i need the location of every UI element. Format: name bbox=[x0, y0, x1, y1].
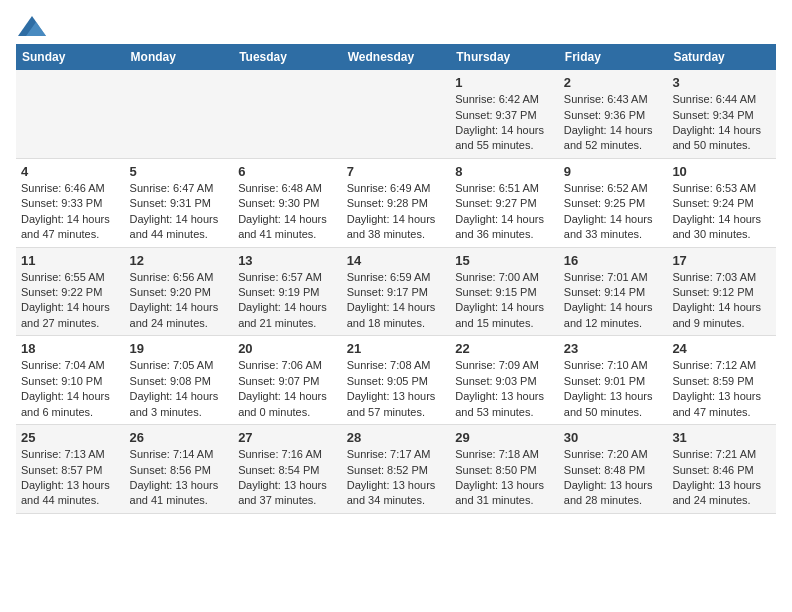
day-info: Sunset: 8:59 PM bbox=[672, 374, 771, 389]
day-cell: 6Sunrise: 6:48 AMSunset: 9:30 PMDaylight… bbox=[233, 158, 342, 247]
day-info: and 9 minutes. bbox=[672, 316, 771, 331]
day-number: 16 bbox=[564, 252, 663, 270]
day-number: 13 bbox=[238, 252, 337, 270]
day-info: Daylight: 14 hours bbox=[347, 212, 446, 227]
day-number: 26 bbox=[130, 429, 229, 447]
day-info: Sunset: 9:08 PM bbox=[130, 374, 229, 389]
day-info: and 50 minutes. bbox=[564, 405, 663, 420]
day-info: Sunrise: 6:48 AM bbox=[238, 181, 337, 196]
day-info: Sunrise: 6:42 AM bbox=[455, 92, 554, 107]
day-info: Daylight: 14 hours bbox=[672, 123, 771, 138]
day-number: 8 bbox=[455, 163, 554, 181]
day-info: Sunset: 9:28 PM bbox=[347, 196, 446, 211]
day-info: and 6 minutes. bbox=[21, 405, 120, 420]
day-info: and 57 minutes. bbox=[347, 405, 446, 420]
day-info: and 52 minutes. bbox=[564, 138, 663, 153]
day-info: Sunset: 9:14 PM bbox=[564, 285, 663, 300]
day-number: 29 bbox=[455, 429, 554, 447]
day-info: and 34 minutes. bbox=[347, 493, 446, 508]
day-info: Sunrise: 7:16 AM bbox=[238, 447, 337, 462]
day-cell: 26Sunrise: 7:14 AMSunset: 8:56 PMDayligh… bbox=[125, 425, 234, 514]
day-cell: 2Sunrise: 6:43 AMSunset: 9:36 PMDaylight… bbox=[559, 70, 668, 158]
day-cell: 5Sunrise: 6:47 AMSunset: 9:31 PMDaylight… bbox=[125, 158, 234, 247]
day-info: Sunset: 9:10 PM bbox=[21, 374, 120, 389]
day-info: Daylight: 13 hours bbox=[672, 478, 771, 493]
day-number: 24 bbox=[672, 340, 771, 358]
day-cell: 18Sunrise: 7:04 AMSunset: 9:10 PMDayligh… bbox=[16, 336, 125, 425]
day-info: Sunset: 9:15 PM bbox=[455, 285, 554, 300]
day-number: 22 bbox=[455, 340, 554, 358]
day-cell: 31Sunrise: 7:21 AMSunset: 8:46 PMDayligh… bbox=[667, 425, 776, 514]
day-info: and 53 minutes. bbox=[455, 405, 554, 420]
day-info: Sunrise: 7:13 AM bbox=[21, 447, 120, 462]
day-info: Sunset: 9:05 PM bbox=[347, 374, 446, 389]
day-info: Sunset: 9:07 PM bbox=[238, 374, 337, 389]
week-row-2: 4Sunrise: 6:46 AMSunset: 9:33 PMDaylight… bbox=[16, 158, 776, 247]
day-number: 28 bbox=[347, 429, 446, 447]
day-info: Sunset: 9:33 PM bbox=[21, 196, 120, 211]
day-cell: 9Sunrise: 6:52 AMSunset: 9:25 PMDaylight… bbox=[559, 158, 668, 247]
day-info: Daylight: 14 hours bbox=[238, 212, 337, 227]
week-row-4: 18Sunrise: 7:04 AMSunset: 9:10 PMDayligh… bbox=[16, 336, 776, 425]
day-cell: 12Sunrise: 6:56 AMSunset: 9:20 PMDayligh… bbox=[125, 247, 234, 336]
col-header-friday: Friday bbox=[559, 44, 668, 70]
day-info: Sunset: 8:56 PM bbox=[130, 463, 229, 478]
day-info: Sunset: 9:19 PM bbox=[238, 285, 337, 300]
logo-icon bbox=[18, 16, 46, 36]
day-info: and 15 minutes. bbox=[455, 316, 554, 331]
day-info: Sunset: 9:12 PM bbox=[672, 285, 771, 300]
day-cell: 28Sunrise: 7:17 AMSunset: 8:52 PMDayligh… bbox=[342, 425, 451, 514]
day-number: 3 bbox=[672, 74, 771, 92]
day-info: Sunrise: 6:51 AM bbox=[455, 181, 554, 196]
day-cell: 1Sunrise: 6:42 AMSunset: 9:37 PMDaylight… bbox=[450, 70, 559, 158]
day-info: Sunset: 8:54 PM bbox=[238, 463, 337, 478]
day-info: Sunrise: 7:08 AM bbox=[347, 358, 446, 373]
col-header-saturday: Saturday bbox=[667, 44, 776, 70]
day-info: Daylight: 14 hours bbox=[672, 300, 771, 315]
day-info: Sunrise: 7:17 AM bbox=[347, 447, 446, 462]
day-number: 21 bbox=[347, 340, 446, 358]
day-info: Sunset: 9:17 PM bbox=[347, 285, 446, 300]
day-info: Sunrise: 7:20 AM bbox=[564, 447, 663, 462]
day-info: Sunrise: 6:59 AM bbox=[347, 270, 446, 285]
day-info: and 21 minutes. bbox=[238, 316, 337, 331]
day-cell bbox=[125, 70, 234, 158]
col-header-tuesday: Tuesday bbox=[233, 44, 342, 70]
day-info: Sunset: 9:34 PM bbox=[672, 108, 771, 123]
day-cell: 22Sunrise: 7:09 AMSunset: 9:03 PMDayligh… bbox=[450, 336, 559, 425]
day-info: and 18 minutes. bbox=[347, 316, 446, 331]
day-number: 4 bbox=[21, 163, 120, 181]
day-info: Daylight: 13 hours bbox=[21, 478, 120, 493]
day-info: Sunset: 9:20 PM bbox=[130, 285, 229, 300]
day-info: Sunrise: 6:53 AM bbox=[672, 181, 771, 196]
day-info: Daylight: 14 hours bbox=[21, 389, 120, 404]
day-info: Sunrise: 7:05 AM bbox=[130, 358, 229, 373]
day-cell: 24Sunrise: 7:12 AMSunset: 8:59 PMDayligh… bbox=[667, 336, 776, 425]
day-info: and 47 minutes. bbox=[672, 405, 771, 420]
week-row-5: 25Sunrise: 7:13 AMSunset: 8:57 PMDayligh… bbox=[16, 425, 776, 514]
day-cell: 16Sunrise: 7:01 AMSunset: 9:14 PMDayligh… bbox=[559, 247, 668, 336]
day-info: and 30 minutes. bbox=[672, 227, 771, 242]
day-cell: 11Sunrise: 6:55 AMSunset: 9:22 PMDayligh… bbox=[16, 247, 125, 336]
day-info: and 24 minutes. bbox=[130, 316, 229, 331]
day-info: Sunrise: 7:12 AM bbox=[672, 358, 771, 373]
day-info: and 0 minutes. bbox=[238, 405, 337, 420]
day-info: Daylight: 14 hours bbox=[564, 212, 663, 227]
day-info: and 36 minutes. bbox=[455, 227, 554, 242]
day-number: 18 bbox=[21, 340, 120, 358]
day-info: Daylight: 13 hours bbox=[564, 478, 663, 493]
day-info: Daylight: 13 hours bbox=[672, 389, 771, 404]
day-info: Sunrise: 6:49 AM bbox=[347, 181, 446, 196]
day-info: Daylight: 13 hours bbox=[455, 389, 554, 404]
day-info: Daylight: 13 hours bbox=[347, 478, 446, 493]
day-number: 9 bbox=[564, 163, 663, 181]
day-info: and 27 minutes. bbox=[21, 316, 120, 331]
day-cell bbox=[342, 70, 451, 158]
day-number: 1 bbox=[455, 74, 554, 92]
day-info: Daylight: 14 hours bbox=[238, 389, 337, 404]
day-info: Daylight: 14 hours bbox=[564, 300, 663, 315]
day-info: and 55 minutes. bbox=[455, 138, 554, 153]
day-info: Sunset: 9:25 PM bbox=[564, 196, 663, 211]
day-cell: 25Sunrise: 7:13 AMSunset: 8:57 PMDayligh… bbox=[16, 425, 125, 514]
day-cell bbox=[233, 70, 342, 158]
